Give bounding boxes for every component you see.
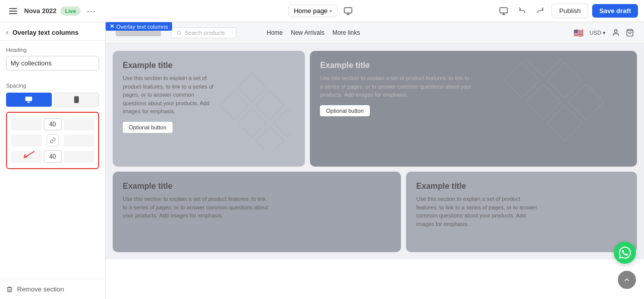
card-1: Example title Use this section to explai… bbox=[113, 51, 305, 167]
nav-links: Home New Arrivals More links bbox=[267, 29, 360, 36]
monitor-button[interactable] bbox=[496, 4, 511, 19]
svg-rect-1 bbox=[9, 11, 17, 12]
top-cards-grid: Example title Use this section to explai… bbox=[113, 51, 637, 167]
page-name: Home page bbox=[294, 7, 328, 15]
search-bar: Search products bbox=[171, 27, 236, 38]
svg-rect-14 bbox=[220, 91, 249, 120]
overlay-tag: ✕ Overlay text columns bbox=[106, 22, 172, 31]
undo-button[interactable] bbox=[515, 4, 529, 18]
card-2-button[interactable]: Optional button bbox=[320, 105, 370, 116]
top-bar: Nova 2022 Live ⋯ Home page ▾ Publish Sav… bbox=[0, 0, 644, 22]
remove-section-button[interactable]: Remove section bbox=[0, 279, 105, 299]
heading-label: Heading bbox=[6, 47, 99, 53]
heading-section: Heading bbox=[0, 41, 105, 77]
spacing-right-empty bbox=[64, 118, 95, 130]
spacing-left-empty bbox=[11, 118, 42, 130]
spacing-box bbox=[6, 112, 99, 169]
svg-rect-5 bbox=[26, 97, 32, 101]
bottom-cards-grid: Example title Use this section to explai… bbox=[113, 172, 637, 252]
topbar-center: Home page ▾ bbox=[288, 4, 356, 19]
overlay-tag-label: Overlay text columns bbox=[116, 24, 168, 30]
spacing-label: Spacing bbox=[6, 83, 99, 89]
svg-rect-15 bbox=[238, 109, 267, 137]
nav-link-arrivals: New Arrivals bbox=[291, 29, 325, 36]
spacing-left-mid bbox=[11, 134, 42, 146]
spacing-top-input[interactable] bbox=[44, 118, 62, 130]
page-selector[interactable]: Home page ▾ bbox=[288, 5, 338, 17]
svg-rect-12 bbox=[238, 73, 267, 102]
sidebar: ‹ Overlay text columns Heading Spacing bbox=[0, 22, 106, 299]
canvas-area: ✕ Overlay text columns Search products H… bbox=[106, 22, 644, 299]
svg-rect-3 bbox=[345, 8, 352, 13]
currency-text: USD ▾ bbox=[590, 30, 606, 36]
card-1-images bbox=[199, 51, 305, 167]
spacing-bottom-input[interactable] bbox=[44, 151, 62, 163]
content-section: Example title Use this section to explai… bbox=[106, 44, 644, 259]
store-name: Nova 2022 bbox=[24, 7, 56, 15]
card-3-title: Example title bbox=[123, 182, 270, 191]
svg-point-8 bbox=[177, 31, 181, 34]
redo-button[interactable] bbox=[533, 4, 547, 18]
card-1-button[interactable]: Optional button bbox=[123, 122, 173, 133]
card-2: Example title Use this section to explai… bbox=[310, 51, 637, 167]
spacing-right-bot bbox=[64, 151, 95, 163]
topbar-left: Nova 2022 Live ⋯ bbox=[6, 4, 492, 19]
flag-icon: 🇺🇸 bbox=[574, 28, 584, 38]
device-tabs bbox=[6, 93, 99, 107]
card-3: Example title Use this section to explai… bbox=[113, 172, 401, 252]
svg-rect-2 bbox=[9, 13, 17, 14]
whatsapp-fab[interactable] bbox=[614, 242, 636, 264]
card-4: Example title Use this section to explai… bbox=[406, 172, 637, 252]
preview-nav: Search products Home New Arrivals More l… bbox=[106, 22, 644, 44]
svg-rect-6 bbox=[74, 96, 78, 103]
card-2-images bbox=[457, 51, 637, 167]
card-4-text: Use this section to explain a set of pro… bbox=[416, 195, 542, 228]
sidebar-header: ‹ Overlay text columns bbox=[0, 22, 105, 41]
svg-point-7 bbox=[76, 101, 76, 102]
spacing-section: Spacing bbox=[0, 77, 105, 176]
svg-rect-4 bbox=[500, 8, 508, 13]
nav-link-home: Home bbox=[267, 29, 283, 36]
sidebar-back-button[interactable]: ‹ bbox=[6, 28, 9, 36]
preview-frame: ✕ Overlay text columns Search products H… bbox=[106, 22, 644, 299]
desktop-tab[interactable] bbox=[6, 93, 52, 107]
publish-button[interactable]: Publish bbox=[551, 4, 588, 18]
svg-rect-18 bbox=[526, 58, 561, 77]
arrow-indicator bbox=[14, 147, 39, 164]
card-4-title: Example title bbox=[416, 182, 542, 191]
mobile-tab[interactable] bbox=[54, 93, 100, 107]
link-icon[interactable] bbox=[47, 134, 59, 146]
save-draft-button[interactable]: Save draft bbox=[592, 4, 638, 18]
remove-section-label: Remove section bbox=[17, 285, 64, 293]
topbar-right: Publish Save draft bbox=[496, 4, 638, 19]
scroll-top-fab[interactable] bbox=[618, 271, 636, 289]
svg-rect-13 bbox=[256, 91, 284, 120]
svg-rect-0 bbox=[9, 8, 17, 9]
menu-button[interactable] bbox=[6, 4, 20, 18]
card-2-text: Use this section to explain a set of pro… bbox=[320, 74, 473, 99]
more-options-button[interactable]: ⋯ bbox=[85, 4, 98, 19]
spacing-right-mid bbox=[64, 134, 95, 146]
svg-line-9 bbox=[180, 34, 181, 35]
responsive-view-button[interactable] bbox=[341, 4, 356, 19]
live-badge: Live bbox=[60, 7, 80, 16]
svg-point-10 bbox=[614, 30, 617, 32]
svg-rect-17 bbox=[256, 126, 284, 149]
close-overlay-icon[interactable]: ✕ bbox=[110, 23, 114, 30]
sidebar-title: Overlay text columns bbox=[13, 29, 79, 36]
nav-right: 🇺🇸 USD ▾ bbox=[574, 28, 634, 38]
card-3-text: Use this section to explain a set of pro… bbox=[123, 195, 270, 220]
search-placeholder: Search products bbox=[185, 30, 225, 36]
nav-link-more: More links bbox=[333, 29, 360, 36]
chevron-down-icon: ▾ bbox=[330, 8, 332, 14]
heading-input[interactable] bbox=[6, 56, 99, 70]
card-2-title: Example title bbox=[320, 61, 473, 70]
user-icon bbox=[612, 29, 620, 37]
cart-icon bbox=[626, 29, 634, 37]
main-layout: ‹ Overlay text columns Heading Spacing bbox=[0, 22, 644, 299]
